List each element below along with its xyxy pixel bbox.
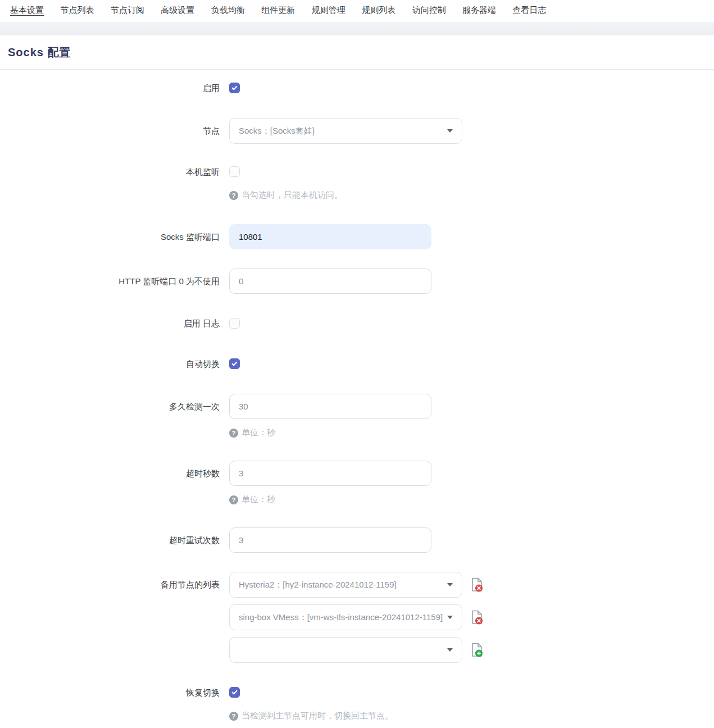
- socks-port-input[interactable]: [229, 224, 431, 249]
- enable-log-label: 启用 日志: [0, 318, 229, 329]
- row-node: 节点 Socks：[Socks套娃]: [0, 118, 714, 144]
- local-listen-checkbox[interactable]: [229, 166, 240, 177]
- tab-access-control[interactable]: 访问控制: [412, 5, 446, 16]
- backup-node-line: sing-box VMess：[vm-ws-tls-instance-20241…: [229, 604, 483, 630]
- restore-switch-checkbox[interactable]: [229, 687, 240, 698]
- socks-port-label: Socks 监听端口: [0, 224, 229, 249]
- tab-node-subscribe[interactable]: 节点订阅: [111, 5, 144, 16]
- top-navigation: 基本设置 节点列表 节点订阅 高级设置 负载均衡 组件更新 规则管理 规则列表 …: [0, 0, 714, 22]
- question-icon: ?: [229, 495, 238, 504]
- chevron-down-icon: [447, 616, 453, 619]
- backup-node-line: Hysteria2：[hy2-instance-20241012-1159]: [229, 572, 483, 598]
- tab-rule-list[interactable]: 规则列表: [362, 5, 395, 16]
- tab-node-list[interactable]: 节点列表: [60, 5, 94, 16]
- auto-switch-label: 自动切换: [0, 358, 229, 369]
- tab-component-update[interactable]: 组件更新: [261, 5, 295, 16]
- add-backup-node-button[interactable]: [471, 643, 483, 658]
- node-label: 节点: [0, 118, 229, 144]
- probe-interval-label: 多久检测一次: [0, 394, 229, 419]
- socks-config-form: 启用 节点 Socks：[Socks套娃] 本机监听 ? 当勾选时，只能本机访问…: [0, 70, 714, 721]
- question-icon: ?: [229, 429, 238, 438]
- timeout-retries-input[interactable]: [229, 527, 431, 553]
- enable-log-checkbox[interactable]: [229, 318, 240, 329]
- remove-backup-node-button[interactable]: [471, 610, 483, 625]
- backup-node-select-1-value: Hysteria2：[hy2-instance-20241012-1159]: [239, 580, 453, 590]
- doc-remove-icon: [471, 610, 483, 625]
- question-icon: ?: [229, 191, 238, 200]
- tab-advanced-settings[interactable]: 高级设置: [161, 5, 194, 16]
- check-icon: [231, 84, 238, 92]
- backup-node-select-2[interactable]: sing-box VMess：[vm-ws-tls-instance-20241…: [229, 604, 462, 630]
- doc-remove-icon: [471, 577, 483, 593]
- backup-node-select-1[interactable]: Hysteria2：[hy2-instance-20241012-1159]: [229, 572, 462, 598]
- tab-load-balance[interactable]: 负载均衡: [211, 5, 245, 16]
- row-enable: 启用: [0, 83, 714, 93]
- check-icon: [231, 360, 238, 367]
- enable-label: 启用: [0, 83, 229, 93]
- enable-checkbox[interactable]: [229, 83, 240, 93]
- restore-switch-label: 恢复切换: [0, 687, 229, 698]
- tab-view-log[interactable]: 查看日志: [513, 5, 547, 16]
- backup-nodes-label: 备用节点的列表: [0, 572, 229, 598]
- page-title: Socks 配置: [8, 45, 706, 60]
- row-timeout-seconds: 超时秒数 ? 单位：秒: [0, 461, 714, 505]
- timeout-seconds-label: 超时秒数: [0, 461, 229, 486]
- chevron-down-icon: [447, 648, 453, 652]
- timeout-seconds-input[interactable]: [229, 461, 431, 486]
- row-auto-switch: 自动切换: [0, 358, 714, 369]
- tab-server-side[interactable]: 服务器端: [462, 5, 496, 16]
- chevron-down-icon: [447, 583, 453, 586]
- local-listen-label: 本机监听: [0, 166, 229, 177]
- probe-interval-hint: ? 单位：秒: [229, 427, 431, 438]
- backup-node-select-2-value: sing-box VMess：[vm-ws-tls-instance-20241…: [239, 612, 453, 623]
- row-local-listen: 本机监听 ? 当勾选时，只能本机访问。: [0, 166, 714, 201]
- auto-switch-checkbox[interactable]: [229, 358, 240, 369]
- check-icon: [231, 689, 238, 696]
- timeout-retries-label: 超时重试次数: [0, 527, 229, 553]
- question-icon: ?: [229, 712, 238, 721]
- tab-basic-settings[interactable]: 基本设置: [10, 5, 44, 16]
- backup-node-line: [229, 637, 483, 663]
- row-restore-switch: 恢复切换 ? 当检测到主节点可用时，切换回主节点。: [0, 687, 714, 721]
- node-select[interactable]: Socks：[Socks套娃]: [229, 118, 462, 144]
- http-port-label: HTTP 监听端口 0 为不使用: [0, 269, 229, 294]
- row-socks-port: Socks 监听端口: [0, 224, 714, 249]
- row-timeout-retries: 超时重试次数: [0, 527, 714, 553]
- nav-separator-band: [0, 22, 714, 35]
- row-backup-nodes: 备用节点的列表 Hysteria2：[hy2-instance-20241012…: [0, 572, 714, 663]
- restore-switch-hint: ? 当检测到主节点可用时，切换回主节点。: [229, 711, 393, 721]
- doc-add-icon: [471, 643, 483, 658]
- remove-backup-node-button[interactable]: [471, 577, 483, 593]
- row-enable-log: 启用 日志: [0, 318, 714, 329]
- probe-interval-input[interactable]: [229, 394, 431, 419]
- row-probe-interval: 多久检测一次 ? 单位：秒: [0, 394, 714, 438]
- timeout-seconds-hint: ? 单位：秒: [229, 494, 431, 505]
- http-port-input[interactable]: [229, 269, 431, 294]
- chevron-down-icon: [447, 129, 453, 133]
- backup-node-select-3[interactable]: [229, 637, 462, 663]
- local-listen-hint: ? 当勾选时，只能本机访问。: [229, 190, 343, 201]
- row-http-port: HTTP 监听端口 0 为不使用: [0, 269, 714, 294]
- tab-rule-manage[interactable]: 规则管理: [312, 5, 345, 16]
- node-select-value: Socks：[Socks套娃]: [239, 126, 453, 136]
